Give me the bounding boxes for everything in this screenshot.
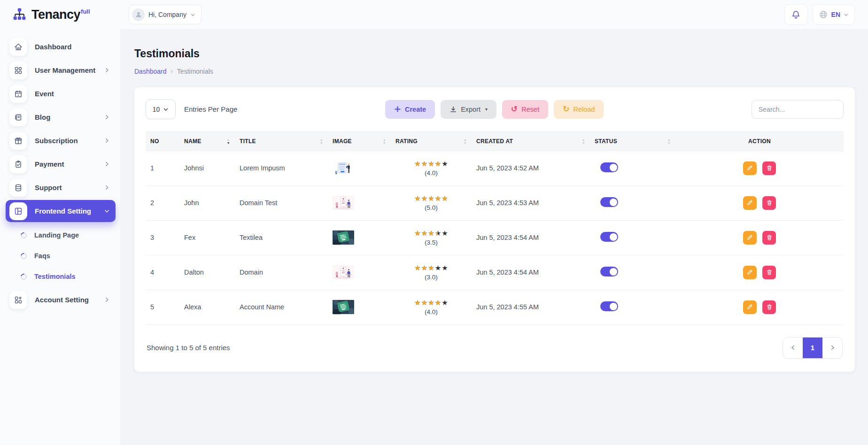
testimonial-thumbnail bbox=[333, 161, 354, 176]
cell-action bbox=[675, 255, 844, 290]
column-header-no: NO bbox=[146, 131, 179, 151]
cell-name: John bbox=[179, 185, 235, 220]
page-1-button[interactable]: 1 bbox=[803, 338, 822, 358]
edit-button[interactable] bbox=[743, 196, 757, 210]
delete-button[interactable] bbox=[762, 196, 776, 210]
column-header-rating[interactable]: RATING▲▼ bbox=[391, 131, 472, 151]
sidebar-subitem-testimonials[interactable]: Testimonials bbox=[6, 267, 116, 286]
cell-action bbox=[675, 185, 844, 220]
chevron-right-icon bbox=[104, 184, 110, 191]
delete-button[interactable] bbox=[762, 231, 776, 245]
status-toggle[interactable] bbox=[600, 267, 618, 276]
table-row: 2 John Domain Test ★★★★★★★★★★ (5.0) Jun … bbox=[146, 185, 844, 220]
brand-name: Tenancy bbox=[31, 8, 80, 22]
sort-icon: ▲▼ bbox=[582, 138, 585, 145]
trash-icon bbox=[766, 304, 773, 310]
cell-name: Fex bbox=[179, 220, 235, 255]
bell-icon bbox=[791, 10, 801, 20]
testimonials-card: 10 Entries Per Page Create Export ▾ bbox=[134, 87, 855, 372]
sidebar-subitem-label: Testimonials bbox=[34, 273, 76, 280]
sidebar-item-blog[interactable]: Blog bbox=[6, 106, 116, 128]
sidebar-item-label: User Management bbox=[35, 66, 96, 74]
cell-no: 3 bbox=[146, 220, 179, 255]
create-button[interactable]: Create bbox=[385, 100, 435, 119]
trash-icon bbox=[766, 199, 773, 206]
rating-value: (5.0) bbox=[395, 204, 467, 211]
sidebar-item-account-setting[interactable]: Account Setting bbox=[6, 289, 116, 311]
breadcrumb-dashboard-link[interactable]: Dashboard bbox=[134, 68, 167, 75]
delete-button[interactable] bbox=[762, 266, 776, 279]
language-label: EN bbox=[831, 11, 840, 18]
sidebar-item-user-management[interactable]: User Management bbox=[6, 59, 116, 81]
cell-action bbox=[675, 220, 844, 255]
cell-rating: ★★★★★★★★★★ (3.0) bbox=[391, 255, 472, 290]
user-menu[interactable]: Hi, Company bbox=[129, 5, 202, 24]
sidebar-subitem-label: Faqs bbox=[34, 252, 50, 260]
status-toggle[interactable] bbox=[600, 162, 618, 172]
sidebar-subitem-faqs[interactable]: Faqs bbox=[6, 246, 116, 266]
column-header-name[interactable]: NAME▲▼ bbox=[179, 131, 235, 151]
edit-button[interactable] bbox=[743, 231, 757, 245]
sidebar-subitem-landing-page[interactable]: Landing Page bbox=[6, 225, 116, 245]
sort-icon: ▲▼ bbox=[464, 138, 467, 145]
globe-icon bbox=[819, 10, 828, 19]
table-row: 1 Johnsi Lorem Impusm ★★★★★★★★★★ (4.0) J… bbox=[146, 151, 844, 185]
sidebar-item-dashboard[interactable]: Dashboard bbox=[6, 36, 116, 58]
language-selector[interactable]: EN bbox=[813, 4, 855, 25]
reset-button[interactable]: ↺ Reset bbox=[502, 100, 548, 119]
column-header-title[interactable]: TITLE▲▼ bbox=[235, 131, 328, 151]
column-header-created-at[interactable]: CREATED AT▲▼ bbox=[472, 131, 590, 151]
status-toggle[interactable] bbox=[600, 197, 618, 207]
breadcrumb: Dashboard › Testimonials bbox=[134, 68, 855, 75]
column-header-image[interactable]: IMAGE▲▼ bbox=[328, 131, 391, 151]
sort-icon: ▲▼ bbox=[320, 138, 323, 145]
sidebar-item-label: Frontend Setting bbox=[35, 207, 96, 215]
sidebar-item-payment[interactable]: Payment bbox=[6, 153, 116, 175]
caret-down-icon: ▾ bbox=[485, 107, 488, 112]
delete-button[interactable] bbox=[762, 300, 776, 314]
status-toggle[interactable] bbox=[600, 232, 618, 242]
entries-per-page-select[interactable]: 10 bbox=[146, 100, 176, 119]
sidebar-item-event[interactable]: Event bbox=[6, 83, 116, 105]
home-icon bbox=[9, 38, 27, 56]
export-button[interactable]: Export ▾ bbox=[441, 100, 496, 119]
calendar-icon bbox=[9, 85, 27, 103]
column-header-status[interactable]: STATUS▲▼ bbox=[590, 131, 675, 151]
testimonial-thumbnail bbox=[333, 265, 354, 280]
frontend-setting-submenu: Landing Page Faqs Testimonials bbox=[6, 223, 116, 287]
main-content: Testimonials Dashboard › Testimonials 10… bbox=[120, 29, 868, 445]
status-toggle[interactable] bbox=[600, 301, 618, 311]
cell-name: Alexa bbox=[179, 290, 235, 324]
reload-button[interactable]: ↻ Reload bbox=[554, 100, 604, 119]
delete-button[interactable] bbox=[762, 161, 776, 175]
previous-page-button[interactable] bbox=[783, 338, 803, 358]
edit-button[interactable] bbox=[743, 300, 757, 314]
cell-title: Account Name bbox=[235, 290, 328, 324]
search-input[interactable] bbox=[752, 100, 844, 119]
cell-no: 1 bbox=[146, 151, 179, 185]
sidebar-item-support[interactable]: Support bbox=[6, 176, 116, 199]
cell-image bbox=[328, 151, 391, 185]
table-body: 1 Johnsi Lorem Impusm ★★★★★★★★★★ (4.0) J… bbox=[146, 151, 844, 324]
grid-icon bbox=[9, 61, 27, 79]
next-page-button[interactable] bbox=[822, 338, 842, 358]
cell-image bbox=[328, 220, 391, 255]
star-rating: ★★★★★★★★★★ bbox=[395, 195, 467, 202]
brand-logo[interactable]: Tenancyfull bbox=[0, 0, 120, 29]
testimonial-thumbnail bbox=[333, 299, 354, 315]
cell-title: Lorem Impusm bbox=[235, 151, 328, 185]
sidebar-item-label: Event bbox=[35, 90, 110, 98]
breadcrumb-separator-icon: › bbox=[171, 68, 173, 75]
edit-button[interactable] bbox=[743, 161, 757, 175]
edit-button[interactable] bbox=[743, 266, 757, 279]
table-footer: Showing 1 to 5 of 5 entries 1 bbox=[146, 337, 844, 359]
entries-per-page-label: Entries Per Page bbox=[184, 105, 237, 113]
cell-rating: ★★★★★★★★★★ (4.0) bbox=[391, 290, 472, 324]
sidebar-item-frontend-setting[interactable]: Frontend Setting bbox=[6, 200, 116, 222]
notifications-button[interactable] bbox=[784, 4, 808, 25]
table-toolbar: 10 Entries Per Page Create Export ▾ bbox=[146, 100, 844, 119]
cell-rating: ★★★★★★★★★★ (3.5) bbox=[391, 220, 472, 255]
cell-status bbox=[590, 185, 675, 220]
cell-no: 5 bbox=[146, 290, 179, 324]
sidebar-item-subscription[interactable]: Subscription bbox=[6, 130, 116, 152]
